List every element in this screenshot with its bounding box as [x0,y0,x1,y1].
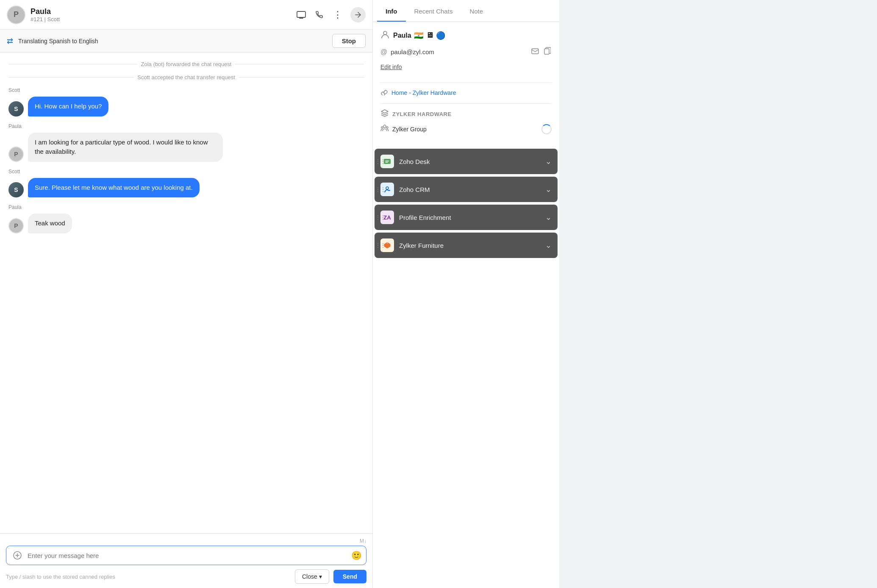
sender-label-paula-1: Paula [8,123,364,129]
integrations-list: ⋮⋮ Zoho Desk ⌄ ⋮⋮ Zoho CRM ⌄ ⋮⋮ [373,149,559,258]
call-button[interactable] [314,9,325,21]
stop-button[interactable]: Stop [332,34,366,48]
zoho-crm-chevron: ⌄ [545,185,552,194]
translation-bar: ⇄ Translating Spanish to English Stop [0,30,372,53]
svg-point-6 [381,127,383,128]
integration-zylker-furniture[interactable]: ⋮⋮ Zylker Furniture ⌄ [375,233,558,258]
header-info: Paula #121 | Scott [31,7,295,22]
message-row-1: S Hi. How can I help you? [8,97,364,116]
system-message-1: Zola (bot) forwarded the chat request [8,61,364,67]
group-icon [380,124,389,134]
send-button[interactable]: Send [333,570,366,583]
expand-button[interactable] [350,7,366,22]
message-bubble-2: I am looking for a particular type of wo… [28,133,223,162]
attach-button[interactable] [11,549,24,562]
canned-hint: Type / slash to use the stored canned re… [6,574,291,580]
integration-zoho-crm[interactable]: ⋮⋮ Zoho CRM ⌄ [375,177,558,202]
close-button[interactable]: Close ▾ [295,569,329,584]
svg-rect-3 [532,49,538,54]
zylker-furniture-label: Zylker Furniture [399,242,540,249]
contact-name: Paula [31,7,295,16]
zoho-desk-label: Zoho Desk [399,158,540,165]
drag-handle-zoho-crm: ⋮⋮ [375,186,386,192]
contact-avatar: P [7,6,25,24]
zylker-furniture-chevron: ⌄ [545,241,552,250]
contact-name-display: Paula 🇮🇳 🖥 🔵 [393,31,445,40]
more-options-button[interactable]: ⋮ [331,8,344,22]
integration-profile-enrichment[interactable]: ⋮⋮ ZA Profile Enrichment ⌄ [375,205,558,230]
group-name: Zylker Group [392,126,538,133]
drag-handle-profile-enrichment: ⋮⋮ [375,214,386,220]
message-bubble-3: Sure. Please let me know what wood are y… [28,178,200,198]
company-row: ZYLKER HARDWARE [380,109,552,119]
send-email-button[interactable] [530,47,540,57]
bottom-bar: Type / slash to use the stored canned re… [6,569,366,584]
tab-recent-chats[interactable]: Recent Chats [406,2,461,22]
translation-text: Translating Spanish to English [18,38,327,44]
info-content: Paula 🇮🇳 🖥 🔵 @ paula@zyl.com [373,22,559,144]
profile-enrichment-label: Profile Enrichment [399,214,540,221]
zoho-desk-chevron: ⌄ [545,157,552,166]
header-actions: ⋮ [295,7,366,22]
link-row: Home - Zylker Hardware [380,88,552,97]
scott-avatar: S [8,101,24,116]
scott-avatar-2: S [8,182,24,197]
edit-info-link[interactable]: Edit info [380,64,402,70]
message-group-2: Paula P I am looking for a particular ty… [8,123,364,162]
message-bubble-4: Teak wood [28,214,72,233]
finder-icon: 🖥 [426,31,433,40]
input-box: 🙂 [6,546,366,565]
chrome-icon: 🔵 [436,31,445,40]
divider-1 [380,82,552,83]
email-at-icon: @ [380,48,387,56]
chat-header: P Paula #121 | Scott ⋮ [0,0,372,30]
screen-share-button[interactable] [295,9,308,20]
message-row-3: S Sure. Please let me know what wood are… [8,178,364,198]
svg-point-7 [386,127,388,128]
panel-tabs: Info Recent Chats Note [373,0,559,22]
divider-2 [380,103,552,104]
svg-rect-4 [544,49,549,54]
chat-panel: P Paula #121 | Scott ⋮ [0,0,373,588]
message-input[interactable] [28,552,348,559]
email-text: paula@zyl.com [391,48,527,55]
sender-label-scott-2: Scott [8,169,364,175]
integration-zoho-desk[interactable]: ⋮⋮ Zoho Desk ⌄ [375,149,558,174]
drag-handle-zoho-desk: ⋮⋮ [375,158,386,164]
loading-spinner [541,124,552,134]
message-group-4: Paula P Teak wood [8,204,364,233]
tab-note[interactable]: Note [461,2,491,22]
zoho-crm-label: Zoho CRM [399,186,540,193]
india-flag: 🇮🇳 [414,31,423,40]
svg-point-2 [383,31,387,35]
company-layers-icon [380,109,389,119]
sender-label-paula-2: Paula [8,204,364,210]
markdown-hint: M↓ [6,538,366,544]
contact-sub: #121 | Scott [31,16,295,22]
person-icon [380,30,390,41]
input-area: M↓ 🙂 Type / slash to use the stored cann… [0,533,372,588]
paula-avatar-2: P [8,218,24,233]
company-link[interactable]: Home - Zylker Hardware [391,89,456,96]
profile-enrichment-chevron: ⌄ [545,213,552,222]
svg-point-5 [383,125,386,128]
messages-area: Zola (bot) forwarded the chat request Sc… [0,53,372,533]
contact-name-row: Paula 🇮🇳 🖥 🔵 [380,30,552,41]
system-message-2: Scott accepted the chat transfer request [8,74,364,80]
email-row: @ paula@zyl.com [380,46,552,58]
paula-avatar-1: P [8,147,24,162]
tab-info[interactable]: Info [377,2,406,22]
message-group-1: Scott S Hi. How can I help you? [8,87,364,116]
link-icon [380,88,388,97]
info-panel: Info Recent Chats Note Paula 🇮🇳 🖥 🔵 @ p [373,0,559,588]
group-row: Zylker Group [380,124,552,134]
copy-email-button[interactable] [543,46,552,58]
svg-rect-0 [297,11,305,17]
company-name: ZYLKER HARDWARE [392,111,452,117]
emoji-button[interactable]: 🙂 [351,550,362,560]
drag-handle-zylker-furniture: ⋮⋮ [375,242,386,248]
message-group-3: Scott S Sure. Please let me know what wo… [8,169,364,198]
message-row-2: P I am looking for a particular type of … [8,133,364,162]
svg-point-9 [386,187,389,189]
message-row-4: P Teak wood [8,214,364,233]
